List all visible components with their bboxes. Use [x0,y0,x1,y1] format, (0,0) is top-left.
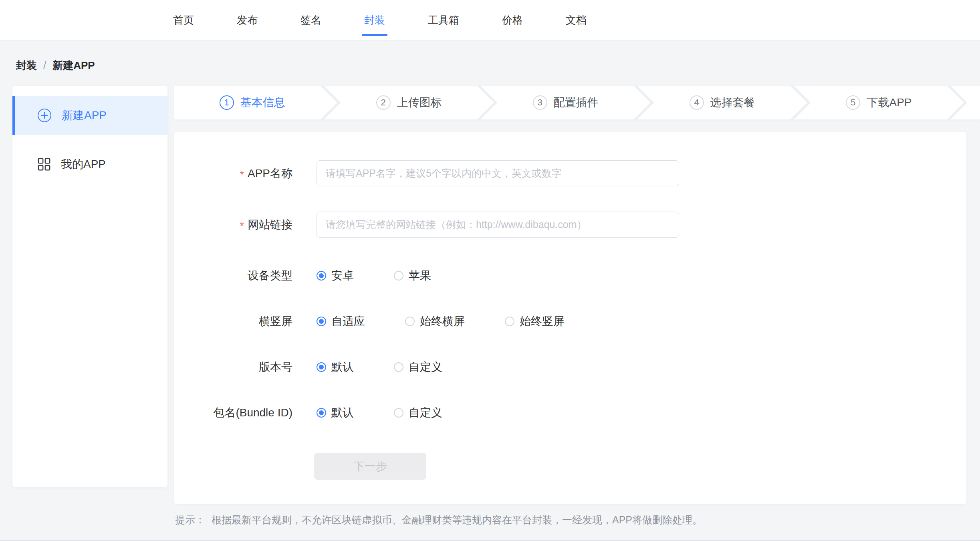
step-number: 5 [846,95,860,110]
radio-always-portrait[interactable]: 始终竖屏 [505,314,565,329]
orientation-label: 横竖屏 [174,314,292,329]
step-upload-icon: 2 上传图标 [331,86,487,119]
step-number: 3 [533,95,547,110]
radio-bundle-default[interactable]: 默认 [317,405,354,420]
nav-item-package[interactable]: 封装 [364,15,385,25]
nav-item-docs[interactable]: 文档 [566,15,587,25]
version-label: 版本号 [174,359,292,375]
radio-icon [317,408,326,418]
step-label: 基本信息 [240,95,285,110]
required-asterisk: * [240,218,244,232]
radio-icon [394,408,403,418]
site-url-input[interactable] [317,212,679,238]
next-step-button[interactable]: 下一步 [314,453,426,480]
radio-icon [394,362,403,372]
step-label: 选择套餐 [710,95,755,110]
breadcrumb-section[interactable]: 封装 [16,59,37,73]
radio-version-custom[interactable]: 自定义 [394,359,442,375]
step-number: 1 [220,95,234,110]
radio-icon [317,271,326,281]
app-name-input[interactable] [317,160,679,186]
nav-item-publish[interactable]: 发布 [237,15,258,25]
nav-item-home[interactable]: 首页 [173,15,194,25]
step-wizard: 1 基本信息 2 上传图标 3 配置插件 4 选择套餐 5 下载APP [174,86,980,119]
radio-icon [505,317,514,326]
nav-item-toolbox[interactable]: 工具箱 [428,15,459,25]
tip-text: 根据最新平台规则，不允许区块链虚拟币、金融理财类等违规内容在平台封装，一经发现，… [212,513,702,527]
radio-auto-orientation[interactable]: 自适应 [317,314,365,329]
platform-rules-tip: 提示： 根据最新平台规则，不允许区块链虚拟币、金融理财类等违规内容在平台封装，一… [175,513,702,527]
sidebar-item-my-apps[interactable]: 我的APP [12,145,167,184]
radio-icon [317,362,326,372]
breadcrumb-separator: / [43,59,46,72]
radio-android[interactable]: 安卓 [317,268,354,283]
basic-info-form-card: * APP名称 * 网站链接 设备类型 安卓 苹果 横竖屏 [174,132,966,504]
radio-icon [317,317,326,326]
form-row-bundle-id: 包名(Bundle ID) 默认 自定义 [174,403,966,423]
breadcrumb: 封装 / 新建APP [16,59,95,73]
radio-icon [394,271,403,281]
sidebar-item-label: 新建APP [62,108,107,123]
radio-bundle-custom[interactable]: 自定义 [394,405,442,420]
radio-always-landscape[interactable]: 始终横屏 [405,314,465,329]
main-nav: 首页 发布 签名 封装 工具箱 价格 文档 [173,0,587,40]
step-number: 4 [690,95,704,110]
site-url-label: * 网站链接 [174,217,292,232]
plus-circle-icon [37,108,52,123]
sidebar: 新建APP 我的APP [12,86,167,487]
grid-icon [37,157,51,171]
bundle-id-label: 包名(Bundle ID) [174,405,292,420]
top-navigation-bar: 首页 发布 签名 封装 工具箱 价格 文档 [0,0,980,40]
step-configure-plugins: 3 配置插件 [487,86,644,119]
step-download-app: 5 下载APP [801,86,957,119]
form-row-version: 版本号 默认 自定义 [174,357,966,377]
required-asterisk: * [240,166,244,180]
chevron-separator-icon [945,86,969,119]
nav-item-signature[interactable]: 签名 [300,15,321,25]
radio-version-default[interactable]: 默认 [317,359,354,375]
radio-ios[interactable]: 苹果 [394,268,431,283]
sidebar-item-new-app[interactable]: 新建APP [12,96,167,135]
step-label: 上传图标 [397,95,442,110]
device-type-label: 设备类型 [174,268,292,283]
form-actions: 下一步 [174,453,966,480]
step-select-plan: 4 选择套餐 [644,86,801,119]
breadcrumb-current: 新建APP [52,59,95,73]
step-label: 下载APP [867,95,911,110]
form-row-site-url: * 网站链接 [174,212,966,238]
form-row-device-type: 设备类型 安卓 苹果 [174,266,966,286]
tip-prefix: 提示： [175,513,205,527]
radio-icon [405,317,415,326]
sidebar-item-label: 我的APP [61,157,106,172]
form-row-app-name: * APP名称 [174,160,966,186]
nav-item-pricing[interactable]: 价格 [502,15,523,25]
step-number: 2 [376,95,391,110]
form-row-orientation: 横竖屏 自适应 始终横屏 始终竖屏 [174,311,966,331]
app-name-label: * APP名称 [174,166,292,181]
step-label: 配置插件 [554,95,599,110]
step-basic-info: 1 基本信息 [174,86,331,119]
